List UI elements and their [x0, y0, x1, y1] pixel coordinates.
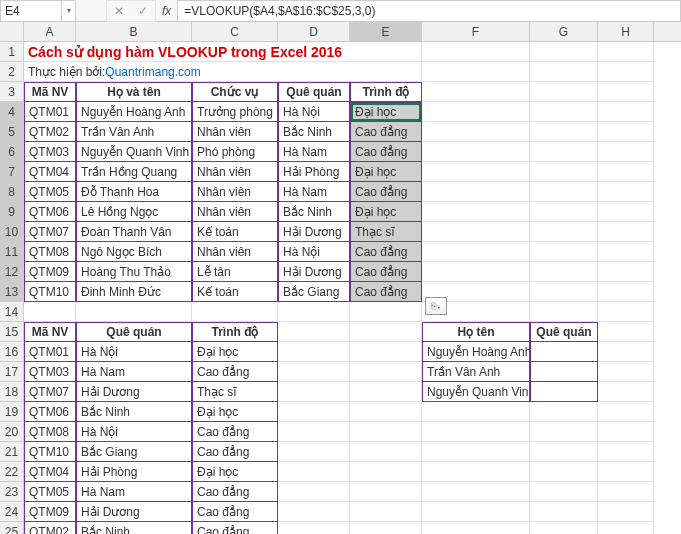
cell[interactable] — [422, 262, 530, 282]
name-box-dropdown-icon[interactable]: ▾ — [62, 0, 76, 22]
row-header[interactable]: 13 — [0, 282, 24, 302]
cell[interactable]: Hà Nam — [76, 362, 192, 382]
cell[interactable] — [598, 162, 654, 182]
cell[interactable]: Bắc Giang — [278, 282, 350, 302]
cell[interactable]: Bắc Ninh — [76, 522, 192, 534]
cell[interactable] — [278, 422, 350, 442]
cell[interactable] — [598, 262, 654, 282]
cell[interactable]: Bắc Ninh — [76, 402, 192, 422]
cell[interactable] — [598, 182, 654, 202]
cell[interactable]: Hà Nam — [278, 182, 350, 202]
subtitle-cell[interactable]: Thực hiện bởi: Quantrimang.com — [24, 62, 422, 82]
cell[interactable] — [422, 62, 530, 82]
row-header[interactable]: 10 — [0, 222, 24, 242]
cell[interactable] — [422, 442, 530, 462]
cell[interactable]: QTM06 — [24, 202, 76, 222]
cell[interactable]: Hà Nội — [76, 422, 192, 442]
cell[interactable] — [530, 62, 598, 82]
cell[interactable] — [350, 342, 422, 362]
cell[interactable]: QTM08 — [24, 242, 76, 262]
cell[interactable]: Đại học — [192, 342, 278, 362]
cell[interactable] — [350, 462, 422, 482]
cell[interactable]: Đoàn Thanh Vân — [76, 222, 192, 242]
col-header[interactable]: E — [350, 22, 422, 41]
row-header[interactable]: 18 — [0, 382, 24, 402]
cell[interactable] — [192, 302, 278, 322]
cell[interactable]: QTM10 — [24, 282, 76, 302]
cell[interactable]: Nguyễn Hoàng Anh — [76, 102, 192, 122]
cell[interactable]: Hải Dương — [278, 262, 350, 282]
cell[interactable]: Hà Nội — [278, 242, 350, 262]
cell[interactable]: Đại học — [350, 162, 422, 182]
cell[interactable] — [530, 262, 598, 282]
cell[interactable] — [422, 102, 530, 122]
cell[interactable] — [422, 482, 530, 502]
cell[interactable]: Hải Dương — [76, 502, 192, 522]
cell[interactable] — [278, 482, 350, 502]
cell[interactable]: Mã NV — [24, 322, 76, 342]
cell[interactable] — [422, 42, 530, 62]
cell[interactable]: QTM04 — [24, 462, 76, 482]
cell[interactable] — [350, 322, 422, 342]
row-header[interactable]: 11 — [0, 242, 24, 262]
cell[interactable] — [350, 522, 422, 534]
cell[interactable]: Trình độ — [192, 322, 278, 342]
cell[interactable] — [598, 222, 654, 242]
row-header[interactable]: 17 — [0, 362, 24, 382]
cell[interactable] — [598, 502, 654, 522]
cell[interactable] — [24, 302, 76, 322]
cell[interactable] — [530, 382, 598, 402]
cell[interactable] — [598, 462, 654, 482]
row-header[interactable]: 6 — [0, 142, 24, 162]
cell[interactable]: QTM07 — [24, 382, 76, 402]
row-header[interactable]: 9 — [0, 202, 24, 222]
cell[interactable]: Cao đẳng — [350, 122, 422, 142]
cell[interactable]: Nhân viên — [192, 242, 278, 262]
row-header[interactable]: 2 — [0, 62, 24, 82]
cell[interactable]: QTM10 — [24, 442, 76, 462]
cell[interactable]: Kế toán — [192, 222, 278, 242]
cell[interactable]: Cao đẳng — [192, 422, 278, 442]
cell[interactable] — [598, 322, 654, 342]
cell[interactable] — [350, 382, 422, 402]
cell[interactable]: Cao đẳng — [192, 522, 278, 534]
cell[interactable]: QTM08 — [24, 422, 76, 442]
cell[interactable] — [350, 402, 422, 422]
cell[interactable]: QTM05 — [24, 482, 76, 502]
cell[interactable]: Hoàng Thu Thảo — [76, 262, 192, 282]
paste-options-button[interactable]: ⎘▾ — [425, 297, 447, 315]
cell[interactable] — [598, 42, 654, 62]
cell[interactable]: QTM02 — [24, 122, 76, 142]
cell[interactable] — [530, 302, 598, 322]
cell[interactable]: Lễ tân — [192, 262, 278, 282]
row-header[interactable]: 15 — [0, 322, 24, 342]
cell[interactable] — [530, 482, 598, 502]
cell[interactable] — [530, 442, 598, 462]
cell[interactable]: QTM07 — [24, 222, 76, 242]
row-header[interactable]: 24 — [0, 502, 24, 522]
cell[interactable]: Cao đẳng — [192, 482, 278, 502]
col-header[interactable]: G — [530, 22, 598, 41]
cell[interactable] — [530, 202, 598, 222]
cell[interactable] — [598, 142, 654, 162]
cell[interactable] — [530, 42, 598, 62]
cell[interactable]: Phó phòng — [192, 142, 278, 162]
title-cell[interactable]: Cách sử dụng hàm VLOOKUP trong Excel 201… — [24, 42, 422, 62]
row-header[interactable]: 4 — [0, 102, 24, 122]
cell[interactable]: QTM01 — [24, 102, 76, 122]
cell[interactable] — [598, 402, 654, 422]
row-header[interactable]: 8 — [0, 182, 24, 202]
cell[interactable]: Họ tên — [422, 322, 530, 342]
row-header[interactable]: 5 — [0, 122, 24, 142]
cell[interactable] — [598, 122, 654, 142]
cell[interactable] — [598, 302, 654, 322]
cell[interactable]: Quê quán — [530, 322, 598, 342]
cell[interactable]: Đại học — [192, 462, 278, 482]
cell[interactable]: Nguyễn Quanh Vinh — [422, 382, 530, 402]
cell[interactable]: Nhân viên — [192, 122, 278, 142]
col-header[interactable]: D — [278, 22, 350, 41]
cell[interactable] — [530, 462, 598, 482]
cell[interactable] — [422, 242, 530, 262]
cell[interactable] — [350, 422, 422, 442]
cell[interactable]: Hải Dương — [76, 382, 192, 402]
